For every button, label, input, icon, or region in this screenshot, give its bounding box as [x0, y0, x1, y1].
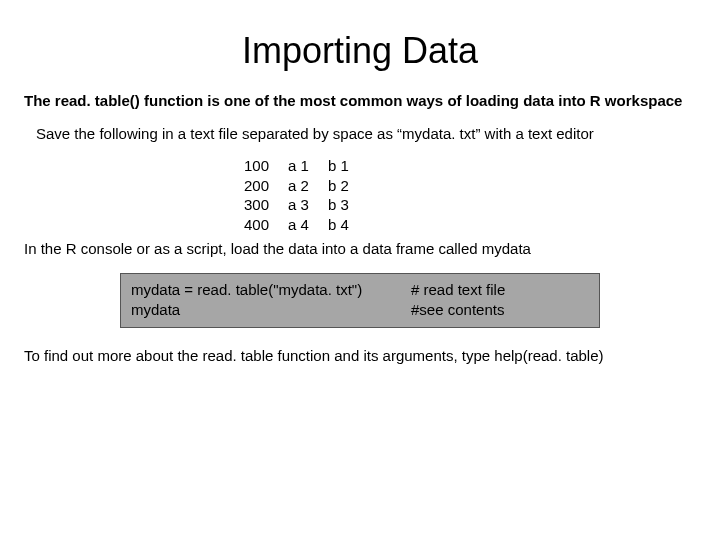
code-line: mydata = read. table("mydata. txt") # re… — [131, 280, 589, 300]
table-row: 100 a 1 b 1 — [244, 156, 696, 176]
code-command: mydata = read. table("mydata. txt") — [131, 280, 411, 300]
sample-data-table: 100 a 1 b 1 200 a 2 b 2 300 a 3 b 3 400 … — [244, 156, 696, 234]
cell: a 4 — [288, 215, 314, 235]
cell: b 3 — [328, 195, 354, 215]
help-instruction: To find out more about the read. table f… — [24, 346, 696, 366]
cell: 200 — [244, 176, 274, 196]
code-comment: #see contents — [411, 300, 589, 320]
intro-text: The read. table() function is one of the… — [24, 92, 696, 109]
cell: 400 — [244, 215, 274, 235]
load-instruction: In the R console or as a script, load th… — [24, 240, 696, 257]
cell: a 3 — [288, 195, 314, 215]
table-row: 400 a 4 b 4 — [244, 215, 696, 235]
cell: a 1 — [288, 156, 314, 176]
cell: b 2 — [328, 176, 354, 196]
save-instruction: Save the following in a text file separa… — [36, 125, 696, 142]
code-comment: # read text file — [411, 280, 589, 300]
code-line: mydata #see contents — [131, 300, 589, 320]
code-block: mydata = read. table("mydata. txt") # re… — [120, 273, 600, 328]
table-row: 200 a 2 b 2 — [244, 176, 696, 196]
cell: a 2 — [288, 176, 314, 196]
slide-title: Importing Data — [24, 30, 696, 72]
cell: b 4 — [328, 215, 354, 235]
cell: b 1 — [328, 156, 354, 176]
cell: 100 — [244, 156, 274, 176]
cell: 300 — [244, 195, 274, 215]
table-row: 300 a 3 b 3 — [244, 195, 696, 215]
code-command: mydata — [131, 300, 411, 320]
